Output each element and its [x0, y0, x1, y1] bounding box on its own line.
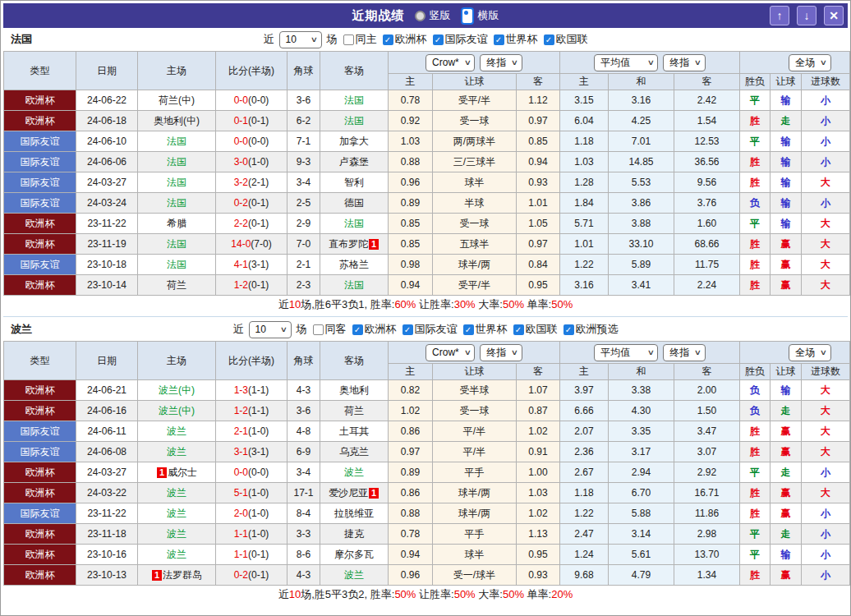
- cell-result-wdl: 平: [740, 545, 770, 565]
- odds-stage-1-select[interactable]: 终指∨: [480, 344, 522, 361]
- fulltime-scope-select[interactable]: 全场∨: [789, 54, 831, 71]
- table-row[interactable]: 国际友谊23-10-18法国4-1(3-1)2-1苏格兰0.98球半/两0.84…: [4, 255, 850, 275]
- away-team-name: 拉脱维亚: [334, 508, 374, 519]
- cell-avg-home: 1.18: [560, 483, 609, 503]
- cell-score: 1-2(0-1): [216, 275, 288, 296]
- cell-score: 5-1(1-0): [216, 483, 288, 503]
- cell-date: 23-10-14: [76, 275, 138, 296]
- table-row[interactable]: 欧洲杯24-03-271威尔士0-0(0-0)3-4波兰0.89平手1.002.…: [4, 462, 850, 483]
- odds-stage-2-select[interactable]: 终指∨: [663, 344, 706, 361]
- table-row[interactable]: 欧洲杯24-06-18奥地利(中)0-1(0-1)6-2法国0.92受一球0.9…: [4, 111, 850, 131]
- cell-odds-home: 0.88: [389, 503, 433, 524]
- chevron-down-icon: ∨: [463, 348, 471, 356]
- summary-segment: 60%: [394, 298, 416, 310]
- table-row[interactable]: 欧洲杯24-06-22荷兰(中)0-0(0-0)3-6法国0.78受平/半1.1…: [4, 90, 850, 111]
- cell-away-team: 直布罗陀1: [320, 234, 389, 255]
- cell-away-team: 摩尔多瓦: [320, 545, 389, 565]
- chevron-down-icon: ∨: [694, 58, 702, 67]
- cell-result-goals: 大: [802, 483, 850, 503]
- cell-odds-away: 1.13: [517, 524, 560, 545]
- match-count-select-value: 10: [286, 34, 297, 45]
- table-row[interactable]: 国际友谊24-06-11波兰2-1(1-0)4-8土耳其0.86平/半1.022…: [4, 421, 850, 442]
- cell-odds-handicap: 半球: [433, 193, 517, 214]
- competition-checkbox[interactable]: ✓世界杯: [494, 32, 538, 47]
- average-select[interactable]: 平均值∨: [594, 344, 658, 361]
- checkbox-checked-icon: ✓: [402, 324, 413, 335]
- radio-selected-icon[interactable]: [461, 7, 474, 25]
- cell-home-team: 1法罗群岛: [138, 565, 216, 586]
- competition-checkbox[interactable]: ✓欧国联: [513, 322, 558, 337]
- near-label: 近: [233, 322, 244, 337]
- odds-stage-1-select[interactable]: 终指∨: [480, 54, 522, 71]
- odds-stage-2-select[interactable]: 终指∨: [663, 54, 706, 71]
- average-select[interactable]: 平均值∨: [594, 54, 658, 71]
- cell-result-wdl: 胜: [740, 111, 770, 131]
- away-team-name: 波兰: [344, 569, 364, 581]
- cell-corners: 4-3: [288, 380, 320, 401]
- fulltime-scope-select[interactable]: 全场∨: [789, 344, 831, 361]
- cell-odds-away: 1.01: [517, 193, 560, 214]
- radio-horizontal-layout[interactable]: 横版: [461, 7, 499, 25]
- table-row[interactable]: 欧洲杯24-06-21波兰(中)1-3(1-1)4-3奥地利0.82受半球1.0…: [4, 380, 850, 401]
- cell-avg-home: 2.67: [560, 462, 609, 483]
- close-button[interactable]: ✕: [824, 6, 844, 25]
- table-row[interactable]: 欧洲杯24-03-22波兰5-1(1-0)17-1爱沙尼亚10.86球半/两1.…: [4, 483, 850, 503]
- cell-away-team: 法国: [320, 90, 389, 111]
- table-row[interactable]: 欧洲杯23-10-131法罗群岛0-2(0-1)4-3波兰0.96受一/球半0.…: [4, 565, 850, 586]
- table-row[interactable]: 欧洲杯23-11-18波兰1-1(1-0)3-3捷克0.78平手1.132.47…: [4, 524, 850, 545]
- cell-result-wdl: 平: [740, 462, 770, 483]
- competition-checkbox[interactable]: ✓国际友谊: [433, 32, 488, 47]
- halftime-score: (0-1): [248, 569, 269, 581]
- same-venue-checkbox[interactable]: 同主: [343, 32, 377, 47]
- match-count-select[interactable]: 10∨: [279, 31, 322, 48]
- table-row[interactable]: 欧洲杯23-10-16波兰1-1(0-1)8-6摩尔多瓦0.94球半0.951.…: [4, 545, 850, 565]
- move-down-button[interactable]: ↓: [797, 6, 816, 25]
- bookmaker-select[interactable]: Crow*∨: [426, 344, 475, 361]
- competition-checkbox[interactable]: ✓欧国联: [544, 32, 588, 47]
- cell-avg-draw: 3.17: [609, 442, 674, 462]
- competition-checkbox[interactable]: ✓欧洲预选: [564, 322, 619, 337]
- cell-avg-home: 1.03: [560, 152, 609, 172]
- cell-result-wdl: 胜: [740, 442, 770, 462]
- match-count-select[interactable]: 10∨: [249, 321, 292, 338]
- column-header: 角球: [288, 52, 320, 90]
- table-row[interactable]: 国际友谊24-06-08波兰3-1(3-1)6-9乌克兰0.97平/半0.912…: [4, 442, 850, 462]
- table-row[interactable]: 国际友谊24-03-27法国3-2(2-1)3-4智利0.96球半0.931.2…: [4, 172, 850, 193]
- home-team-name: 希腊: [167, 218, 186, 229]
- cell-result-goals: 大: [802, 380, 850, 401]
- section-team-name: 波兰: [11, 322, 32, 337]
- same-venue-checkbox[interactable]: 同客: [313, 322, 347, 337]
- cell-date: 24-06-16: [76, 401, 138, 421]
- table-row[interactable]: 国际友谊24-06-06法国3-0(1-0)9-3卢森堡0.88三/三球半0.9…: [4, 152, 850, 172]
- table-row[interactable]: 国际友谊23-11-22波兰2-0(1-0)8-4拉脱维亚0.88球半/两1.0…: [4, 503, 850, 524]
- table-row[interactable]: 欧洲杯24-06-16波兰(中)1-2(1-1)3-6荷兰1.02受一球0.87…: [4, 401, 850, 421]
- competition-checkbox[interactable]: ✓世界杯: [463, 322, 508, 337]
- cell-odds-home: 0.82: [389, 380, 433, 401]
- bookmaker-select[interactable]: Crow*∨: [426, 54, 475, 71]
- column-header: 角球: [288, 342, 320, 380]
- table-row[interactable]: 国际友谊24-06-10法国0-0(0-0)7-1加拿大1.03两/两球半0.8…: [4, 131, 850, 152]
- summary-segment: 50%: [394, 588, 416, 600]
- competition-checkbox[interactable]: ✓欧洲杯: [383, 32, 427, 47]
- table-row[interactable]: 欧洲杯23-11-22希腊2-2(0-1)2-9法国0.85受一球1.055.7…: [4, 214, 850, 234]
- cell-avg-draw: 5.61: [609, 545, 674, 565]
- table-row[interactable]: 国际友谊24-03-24法国0-2(0-1)2-5德国0.89半球1.011.8…: [4, 193, 850, 214]
- home-team-name: 法国: [167, 136, 186, 147]
- radio-vertical-layout[interactable]: 竖版: [415, 8, 451, 23]
- average-header-cell: 平均值∨终指∨: [560, 52, 740, 74]
- panel-title: 近期战绩: [352, 8, 405, 24]
- table-row[interactable]: 欧洲杯23-10-14荷兰1-2(0-1)2-3法国0.94受平/半0.953.…: [4, 275, 850, 296]
- radio-unselected-icon[interactable]: [415, 11, 426, 21]
- move-up-button[interactable]: ↑: [770, 6, 789, 25]
- cell-competition: 欧洲杯: [4, 401, 76, 421]
- away-team-name: 乌克兰: [339, 446, 369, 457]
- away-team-name: 爱沙尼亚: [329, 487, 368, 499]
- fulltime-score: 0-2: [234, 569, 248, 581]
- cell-score: 1-2(1-1): [216, 401, 288, 421]
- halftime-score: (0-0): [248, 467, 269, 478]
- sub-column-header: 让球: [770, 364, 802, 380]
- competition-checkbox[interactable]: ✓欧洲杯: [352, 322, 397, 337]
- cell-avg-home: 1.18: [560, 131, 609, 152]
- table-row[interactable]: 欧洲杯23-11-19法国14-0(7-0)7-0直布罗陀10.85五球半0.9…: [4, 234, 850, 255]
- competition-checkbox[interactable]: ✓国际友谊: [402, 322, 458, 337]
